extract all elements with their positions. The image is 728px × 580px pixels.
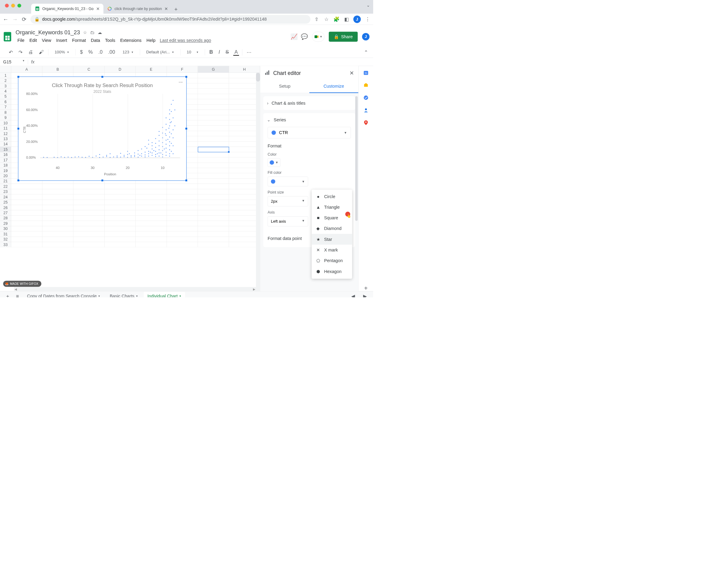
dec-increase-button[interactable]: .00 bbox=[107, 48, 116, 56]
menu-view[interactable]: View bbox=[40, 37, 53, 45]
chevron-down-icon[interactable]: ⌄ bbox=[366, 2, 370, 7]
row-header[interactable]: 32 bbox=[0, 237, 11, 242]
row-header[interactable]: 17 bbox=[0, 157, 11, 163]
row-header[interactable]: 3 bbox=[0, 83, 11, 88]
select-all-corner[interactable] bbox=[0, 66, 11, 73]
column-header[interactable]: C bbox=[73, 66, 105, 73]
column-header[interactable]: H bbox=[229, 66, 260, 73]
sheet-tab[interactable]: Copy of Dates from Search Console ▼ bbox=[23, 292, 104, 297]
close-tab-icon[interactable]: ✕ bbox=[164, 6, 168, 11]
maps-icon[interactable] bbox=[363, 120, 369, 126]
formula-input[interactable] bbox=[37, 58, 373, 66]
row-header[interactable]: 25 bbox=[0, 200, 11, 205]
sheet-nav-right[interactable]: ▶ bbox=[361, 292, 369, 297]
doc-title[interactable]: Organic_Keywords 01_23 bbox=[16, 29, 80, 36]
bookmark-icon[interactable]: ☆ bbox=[323, 16, 330, 22]
row-header[interactable]: 28 bbox=[0, 216, 11, 221]
more-formats-button[interactable]: 123▼ bbox=[120, 49, 137, 55]
add-sheet-button[interactable]: + bbox=[4, 292, 11, 297]
row-header[interactable]: 5 bbox=[0, 94, 11, 99]
text-color-button[interactable]: A bbox=[233, 49, 239, 56]
menu-insert[interactable]: Insert bbox=[54, 37, 69, 45]
menu-help[interactable]: Help bbox=[145, 37, 157, 45]
profile-avatar[interactable]: J bbox=[354, 16, 361, 23]
keep-icon[interactable] bbox=[363, 82, 369, 88]
reload-button[interactable]: ⟳ bbox=[21, 16, 28, 23]
section-series-toggle[interactable]: ⌄ Series bbox=[263, 113, 355, 127]
resize-handle[interactable] bbox=[17, 76, 19, 78]
browser-tab[interactable]: click through rate by position ✕ bbox=[103, 4, 172, 14]
name-box[interactable]: G15▼ bbox=[0, 59, 28, 64]
currency-button[interactable]: $ bbox=[79, 48, 84, 56]
share-icon[interactable]: ⇧ bbox=[314, 16, 320, 22]
shape-option-star[interactable]: ★Star bbox=[312, 234, 352, 244]
row-header[interactable]: 13 bbox=[0, 136, 11, 141]
column-header[interactable]: F bbox=[167, 66, 198, 73]
more-tools-icon[interactable]: ⋯ bbox=[245, 48, 253, 56]
row-header[interactable]: 22 bbox=[0, 184, 11, 189]
font-select[interactable]: Default (Ari... ▼ bbox=[143, 49, 178, 55]
horizontal-scrollbar[interactable]: ◀▶ bbox=[14, 287, 256, 291]
column-header[interactable]: G bbox=[198, 66, 229, 73]
activity-icon[interactable]: 📈 bbox=[291, 34, 297, 40]
font-size-select[interactable]: 10 ▼ bbox=[183, 49, 202, 55]
shape-option-triangle[interactable]: ▲Triangle bbox=[312, 202, 352, 213]
menu-extensions[interactable]: Extensions bbox=[118, 37, 144, 45]
italic-button[interactable]: I bbox=[217, 48, 221, 56]
column-header[interactable]: A bbox=[11, 66, 43, 73]
shape-option-hexagon[interactable]: ⬢Hexagon bbox=[312, 266, 352, 276]
collapse-toolbar-icon[interactable]: ⌃ bbox=[363, 48, 369, 56]
row-header[interactable]: 20 bbox=[0, 173, 11, 178]
point-size-select[interactable]: 2px ▼ bbox=[267, 196, 308, 206]
resize-handle[interactable] bbox=[185, 128, 187, 130]
row-header[interactable]: 31 bbox=[0, 232, 11, 237]
row-header[interactable]: 9 bbox=[0, 115, 11, 120]
spreadsheet-grid[interactable]: A B C D E F G H 123456789101112131415161… bbox=[0, 66, 260, 291]
menu-file[interactable]: File bbox=[16, 37, 26, 45]
browser-tab[interactable]: Organic_Keywords 01_23 - Go ✕ bbox=[31, 4, 103, 14]
row-header[interactable]: 7 bbox=[0, 105, 11, 110]
column-header[interactable]: B bbox=[42, 66, 73, 73]
resize-handle[interactable] bbox=[185, 180, 187, 181]
undo-button[interactable]: ↶ bbox=[7, 48, 14, 56]
shape-option-pentagon[interactable]: ⬠Pentagon bbox=[312, 256, 352, 266]
cloud-status-icon[interactable]: ☁ bbox=[98, 30, 102, 35]
all-sheets-button[interactable]: ≡ bbox=[14, 292, 21, 297]
row-header[interactable]: 29 bbox=[0, 221, 11, 226]
menu-format[interactable]: Format bbox=[70, 37, 88, 45]
meet-button[interactable]: ▼ bbox=[312, 32, 324, 42]
account-avatar[interactable]: J bbox=[362, 33, 370, 41]
resize-handle[interactable] bbox=[17, 128, 19, 130]
share-button[interactable]: 🔒 Share bbox=[329, 32, 358, 42]
bold-button[interactable]: B bbox=[208, 48, 214, 56]
contacts-icon[interactable] bbox=[363, 107, 369, 113]
sidepanel-icon[interactable]: ◧ bbox=[343, 16, 350, 22]
row-header[interactable]: 1 bbox=[0, 73, 11, 78]
series-select[interactable]: CTR ▼ bbox=[267, 127, 350, 138]
resize-handle[interactable] bbox=[101, 180, 103, 181]
close-tab-icon[interactable]: ✕ bbox=[96, 6, 100, 11]
row-header[interactable]: 11 bbox=[0, 126, 11, 131]
shape-option-xmark[interactable]: ✕X mark bbox=[312, 244, 352, 255]
url-input[interactable]: 🔒 docs.google.com/spreadsheets/d/1S2Q_yb… bbox=[30, 15, 310, 24]
strike-button[interactable]: S bbox=[224, 48, 230, 56]
star-icon[interactable]: ☆ bbox=[83, 30, 87, 35]
chart-kebab-icon[interactable]: ⋮ bbox=[178, 80, 183, 85]
zoom-select[interactable]: 100% ▼ bbox=[52, 49, 73, 55]
row-header[interactable]: 21 bbox=[0, 179, 11, 184]
percent-button[interactable]: % bbox=[87, 48, 94, 56]
new-tab-button[interactable]: + bbox=[172, 5, 181, 14]
forward-button[interactable]: → bbox=[12, 16, 18, 23]
row-header[interactable]: 15 bbox=[0, 147, 11, 152]
sheet-tab[interactable]: Basic Charts ▼ bbox=[106, 292, 142, 297]
row-header[interactable]: 19 bbox=[0, 168, 11, 173]
menu-edit[interactable]: Edit bbox=[28, 37, 39, 45]
shape-option-diamond[interactable]: ◆Diamond bbox=[312, 223, 352, 234]
extensions-icon[interactable]: 🧩 bbox=[333, 16, 340, 22]
back-button[interactable]: ← bbox=[2, 16, 9, 23]
add-addon-button[interactable]: + bbox=[363, 285, 369, 291]
row-header[interactable]: 27 bbox=[0, 210, 11, 215]
window-maximize-button[interactable] bbox=[17, 4, 21, 7]
resize-handle[interactable] bbox=[17, 180, 19, 181]
row-header[interactable]: 24 bbox=[0, 194, 11, 200]
